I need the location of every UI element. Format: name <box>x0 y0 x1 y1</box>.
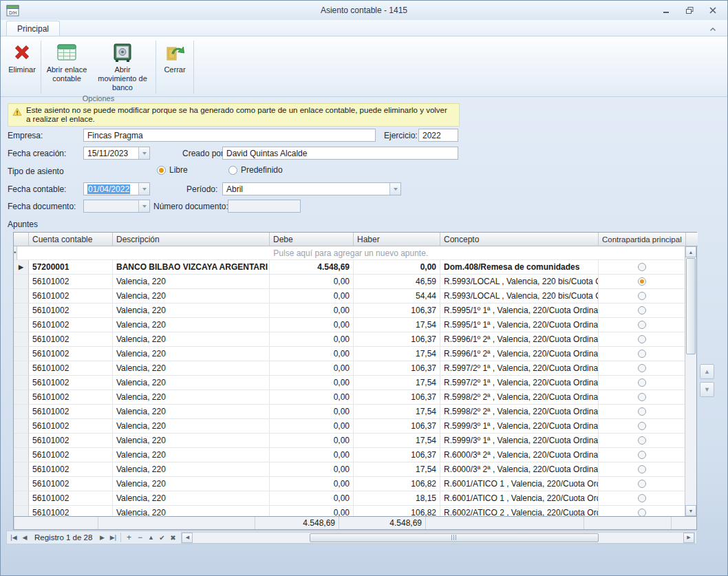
close-button[interactable] <box>705 4 720 16</box>
next-record-button[interactable]: ▶ <box>96 532 107 543</box>
cell-descripcion[interactable]: Valencia, 220 <box>113 419 270 434</box>
col-cuenta-contable[interactable]: Cuenta contable <box>29 233 113 246</box>
cell-concepto[interactable]: R.5996/1º 2ª , Valencia, 220/Cuota Ordin… <box>440 332 599 347</box>
cell-contrapartida[interactable] <box>599 419 685 434</box>
table-row[interactable]: ▶ 57200001 BANCO BILBAO VIZCAYA ARGENTAR… <box>14 260 685 275</box>
cell-debe[interactable]: 0,00 <box>270 506 354 516</box>
table-row[interactable]: 56101002 Valencia, 220 0,00 106,82 R.600… <box>14 477 685 491</box>
creado-por-field[interactable]: David Quintas Alcalde <box>222 147 458 160</box>
table-row[interactable]: 56101002 Valencia, 220 0,00 17,54 R.5995… <box>14 318 685 332</box>
cell-contrapartida[interactable] <box>599 491 685 506</box>
table-row[interactable]: 56101002 Valencia, 220 0,00 54,44 R.5993… <box>14 289 685 303</box>
chevron-down-icon[interactable] <box>138 147 149 159</box>
table-row[interactable]: 56101002 Valencia, 220 0,00 106,37 R.599… <box>14 332 685 347</box>
cell-contrapartida[interactable] <box>599 260 685 275</box>
table-row[interactable]: 56101002 Valencia, 220 0,00 17,54 R.5999… <box>14 434 685 448</box>
cell-cuenta-contable[interactable]: 56101002 <box>29 318 113 332</box>
cell-contrapartida[interactable] <box>599 303 685 318</box>
cell-descripcion[interactable]: Valencia, 220 <box>113 477 270 491</box>
table-row[interactable]: 56101002 Valencia, 220 0,00 106,37 R.599… <box>14 419 685 434</box>
cell-cuenta-contable[interactable]: 56101002 <box>29 289 113 303</box>
scroll-up-button[interactable]: ▲ <box>685 246 696 257</box>
move-row-up-button[interactable]: ▲ <box>700 364 714 379</box>
contrapartida-radio[interactable] <box>638 407 646 416</box>
abrir-enlace-contable-button[interactable]: Abrir enlace contable <box>43 39 91 84</box>
contrapartida-radio[interactable] <box>638 306 646 314</box>
cell-cuenta-contable[interactable]: 56101002 <box>29 361 113 376</box>
abrir-movimiento-banco-button[interactable]: Abrir movimiento de banco <box>91 39 154 93</box>
contrapartida-radio[interactable] <box>638 480 646 488</box>
table-row[interactable]: 56101002 Valencia, 220 0,00 18,15 R.6001… <box>14 491 685 506</box>
cell-haber[interactable]: 106,37 <box>354 332 440 347</box>
cell-debe[interactable]: 0,00 <box>270 462 354 477</box>
cell-debe[interactable]: 0,00 <box>270 303 354 318</box>
contrapartida-radio[interactable] <box>638 509 646 516</box>
chevron-down-icon[interactable] <box>138 183 149 195</box>
cell-descripcion[interactable]: Valencia, 220 <box>113 318 270 332</box>
table-row[interactable]: 56101002 Valencia, 220 0,00 106,37 R.599… <box>14 390 685 405</box>
cell-cuenta-contable[interactable]: 56101002 <box>29 347 113 361</box>
ribbon-collapse-button[interactable] <box>707 24 719 34</box>
cell-debe[interactable]: 0,00 <box>270 434 354 448</box>
cell-descripcion[interactable]: Valencia, 220 <box>113 376 270 390</box>
cell-haber[interactable]: 106,37 <box>354 390 440 405</box>
cell-descripcion[interactable]: Valencia, 220 <box>113 390 270 405</box>
cell-contrapartida[interactable] <box>599 332 685 347</box>
cell-debe[interactable]: 0,00 <box>270 275 354 289</box>
cell-descripcion[interactable]: Valencia, 220 <box>113 303 270 318</box>
cell-concepto[interactable]: R.6000/3ª 2ª , Valencia, 220/Cuota Ordin… <box>440 462 599 477</box>
table-row[interactable]: 56101002 Valencia, 220 0,00 17,54 R.5998… <box>14 405 685 419</box>
col-haber[interactable]: Haber <box>354 233 440 246</box>
contrapartida-radio[interactable] <box>638 393 646 401</box>
cell-haber[interactable]: 106,37 <box>354 448 440 462</box>
contrapartida-radio[interactable] <box>638 422 646 430</box>
cell-cuenta-contable[interactable]: 56101002 <box>29 390 113 405</box>
end-edit-button[interactable]: ✔ <box>156 532 167 543</box>
cell-concepto[interactable]: R.5999/3º 1ª , Valencia, 220/Cuota Ordin… <box>440 434 599 448</box>
cell-contrapartida[interactable] <box>599 347 685 361</box>
edit-record-button[interactable]: ▲ <box>145 532 156 543</box>
periodo-combo[interactable]: Abril <box>222 182 401 195</box>
contrapartida-radio[interactable] <box>638 378 646 387</box>
hscroll-right-button[interactable]: ▶ <box>683 533 694 543</box>
cell-contrapartida[interactable] <box>599 477 685 491</box>
cell-concepto[interactable]: R.6002/ATICO 2 , Valencia, 220/Cuota Ord… <box>440 506 599 516</box>
contrapartida-radio[interactable] <box>638 335 646 343</box>
cell-debe[interactable]: 0,00 <box>270 477 354 491</box>
cell-contrapartida[interactable] <box>599 376 685 390</box>
table-row[interactable]: 56101002 Valencia, 220 0,00 17,54 R.5997… <box>14 376 685 390</box>
vertical-scrollbar-thumb[interactable] <box>686 258 696 354</box>
move-row-down-button[interactable]: ▼ <box>700 382 714 397</box>
cell-descripcion[interactable]: Valencia, 220 <box>113 332 270 347</box>
cell-debe[interactable]: 0,00 <box>270 332 354 347</box>
cell-haber[interactable]: 18,15 <box>354 491 440 506</box>
table-row[interactable]: 56101002 Valencia, 220 0,00 106,82 R.600… <box>14 506 685 516</box>
cell-concepto[interactable]: R.5995/1º 1ª , Valencia, 220/Cuota Ordin… <box>440 303 599 318</box>
cell-descripcion[interactable]: Valencia, 220 <box>113 462 270 477</box>
contrapartida-radio[interactable] <box>638 350 646 358</box>
cell-concepto[interactable]: R.5995/1º 1ª , Valencia, 220/Cuota Ordin… <box>440 318 599 332</box>
cell-concepto[interactable]: Dom.408/Remesa de comunidades <box>440 260 599 275</box>
cell-cuenta-contable[interactable]: 56101002 <box>29 332 113 347</box>
table-row[interactable]: 56101002 Valencia, 220 0,00 106,37 R.599… <box>14 361 685 376</box>
cell-contrapartida[interactable] <box>599 448 685 462</box>
contrapartida-radio[interactable] <box>638 436 646 445</box>
minimize-button[interactable] <box>659 4 674 16</box>
cell-contrapartida[interactable] <box>599 289 685 303</box>
ejercicio-field[interactable]: 2022 <box>418 129 458 142</box>
cell-cuenta-contable[interactable]: 56101002 <box>29 419 113 434</box>
cell-concepto[interactable]: R.5997/2º 1ª , Valencia, 220/Cuota Ordin… <box>440 376 599 390</box>
cell-descripcion[interactable]: BANCO BILBAO VIZCAYA ARGENTARI <box>113 260 270 275</box>
numero-documento-field[interactable] <box>228 200 301 213</box>
cell-descripcion[interactable]: Valencia, 220 <box>113 506 270 516</box>
cell-cuenta-contable[interactable]: 56101002 <box>29 506 113 516</box>
contrapartida-radio[interactable] <box>638 292 646 300</box>
cell-concepto[interactable]: R.5997/2º 1ª , Valencia, 220/Cuota Ordin… <box>440 361 599 376</box>
cell-contrapartida[interactable] <box>599 361 685 376</box>
cell-debe[interactable]: 4.548,69 <box>270 260 354 275</box>
cell-descripcion[interactable]: Valencia, 220 <box>113 491 270 506</box>
col-concepto[interactable]: Concepto <box>440 233 599 246</box>
radio-libre[interactable]: Libre <box>157 165 188 175</box>
cell-haber[interactable]: 106,82 <box>354 506 440 516</box>
cell-descripcion[interactable]: Valencia, 220 <box>113 361 270 376</box>
